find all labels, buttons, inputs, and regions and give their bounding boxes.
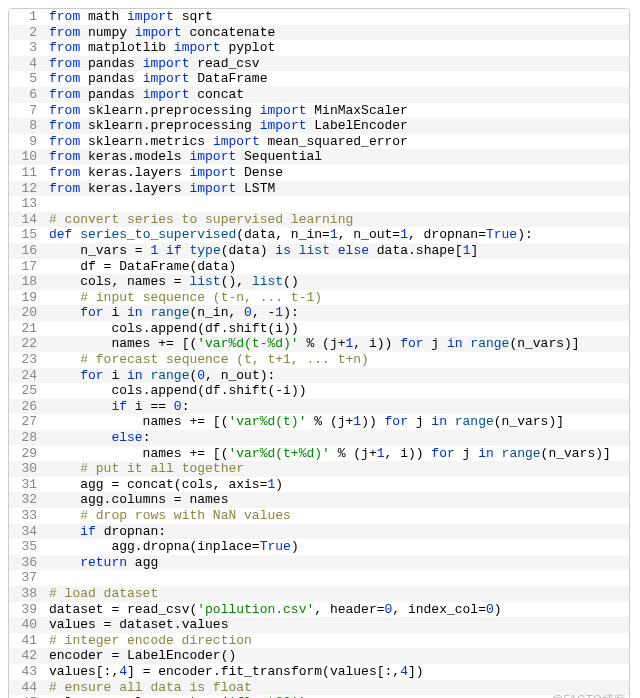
line-number: 42 <box>9 648 43 664</box>
code-line: 14# convert series to supervised learnin… <box>9 212 629 228</box>
code-content: df = DataFrame(data) <box>43 259 629 275</box>
code-content: values[:,4] = encoder.fit_transform(valu… <box>43 664 629 680</box>
code-line: 35 agg.dropna(inplace=True) <box>9 539 629 555</box>
code-block: 1from math import sqrt2from numpy import… <box>8 8 630 698</box>
line-number: 40 <box>9 617 43 633</box>
code-content: from numpy import concatenate <box>43 25 629 41</box>
code-line: 31 agg = concat(cols, axis=1) <box>9 477 629 493</box>
code-line: 33 # drop rows with NaN values <box>9 508 629 524</box>
code-content: values = dataset.values <box>43 617 629 633</box>
code-content: names += [('var%d(t)' % (j+1)) for j in … <box>43 414 629 430</box>
code-content: # convert series to supervised learning <box>43 212 629 228</box>
code-content: for i in range(n_in, 0, -1): <box>43 305 629 321</box>
line-number: 2 <box>9 25 43 41</box>
line-number: 17 <box>9 259 43 275</box>
line-number: 8 <box>9 118 43 134</box>
code-content: dataset = read_csv('pollution.csv', head… <box>43 602 629 618</box>
code-line: 27 names += [('var%d(t)' % (j+1)) for j … <box>9 414 629 430</box>
code-content: from keras.models import Sequential <box>43 149 629 165</box>
code-line: 22 names += [('var%d(t-%d)' % (j+1, i)) … <box>9 336 629 352</box>
line-number: 34 <box>9 524 43 540</box>
line-number: 37 <box>9 570 43 586</box>
code-content: names += [('var%d(t-%d)' % (j+1, i)) for… <box>43 336 629 352</box>
line-number: 39 <box>9 602 43 618</box>
code-content: # load dataset <box>43 586 629 602</box>
line-number: 19 <box>9 290 43 306</box>
line-number: 28 <box>9 430 43 446</box>
code-line: 10from keras.models import Sequential <box>9 149 629 165</box>
line-number: 43 <box>9 664 43 680</box>
code-line: 15def series_to_supervised(data, n_in=1,… <box>9 227 629 243</box>
code-line: 26 if i == 0: <box>9 399 629 415</box>
code-line: 36 return agg <box>9 555 629 571</box>
code-content: from pandas import read_csv <box>43 56 629 72</box>
code-content: agg.columns = names <box>43 492 629 508</box>
code-line: 11from keras.layers import Dense <box>9 165 629 181</box>
watermark-text: @51CTO博客 <box>551 693 626 698</box>
code-content: else: <box>43 430 629 446</box>
code-line: 23 # forecast sequence (t, t+1, ... t+n) <box>9 352 629 368</box>
code-content: for i in range(0, n_out): <box>43 368 629 384</box>
line-number: 29 <box>9 446 43 462</box>
line-number: 30 <box>9 461 43 477</box>
code-content: cols, names = list(), list() <box>43 274 629 290</box>
code-content: from sklearn.preprocessing import MinMax… <box>43 103 629 119</box>
line-number: 13 <box>9 196 43 212</box>
code-line: 5from pandas import DataFrame <box>9 71 629 87</box>
code-line: 18 cols, names = list(), list() <box>9 274 629 290</box>
line-number: 11 <box>9 165 43 181</box>
code-line: 43values[:,4] = encoder.fit_transform(va… <box>9 664 629 680</box>
line-number: 14 <box>9 212 43 228</box>
line-number: 21 <box>9 321 43 337</box>
line-number: 9 <box>9 134 43 150</box>
code-line: 21 cols.append(df.shift(i)) <box>9 321 629 337</box>
line-number: 18 <box>9 274 43 290</box>
line-number: 38 <box>9 586 43 602</box>
code-content: from keras.layers import Dense <box>43 165 629 181</box>
code-content: # integer encode direction <box>43 633 629 649</box>
code-line: 9from sklearn.metrics import mean_square… <box>9 134 629 150</box>
line-number: 44 <box>9 680 43 696</box>
code-line: 6from pandas import concat <box>9 87 629 103</box>
code-content: from pandas import DataFrame <box>43 71 629 87</box>
line-number: 6 <box>9 87 43 103</box>
code-content: encoder = LabelEncoder() <box>43 648 629 664</box>
code-line: 4from pandas import read_csv <box>9 56 629 72</box>
code-content: agg.dropna(inplace=True) <box>43 539 629 555</box>
line-number: 35 <box>9 539 43 555</box>
code-content: cols.append(df.shift(i)) <box>43 321 629 337</box>
line-number: 36 <box>9 555 43 571</box>
line-number: 25 <box>9 383 43 399</box>
line-number: 15 <box>9 227 43 243</box>
line-number: 7 <box>9 103 43 119</box>
code-content: from sklearn.metrics import mean_squared… <box>43 134 629 150</box>
code-line: 32 agg.columns = names <box>9 492 629 508</box>
code-content: from pandas import concat <box>43 87 629 103</box>
line-number: 41 <box>9 633 43 649</box>
code-line: 39dataset = read_csv('pollution.csv', he… <box>9 602 629 618</box>
code-content: # forecast sequence (t, t+1, ... t+n) <box>43 352 629 368</box>
code-line: 13 <box>9 196 629 212</box>
code-line: 37 <box>9 570 629 586</box>
code-content: from math import sqrt <box>43 9 629 25</box>
code-line: 17 df = DataFrame(data) <box>9 259 629 275</box>
code-line: 42encoder = LabelEncoder() <box>9 648 629 664</box>
code-content: n_vars = 1 if type(data) is list else da… <box>43 243 629 259</box>
code-line: 12from keras.layers import LSTM <box>9 181 629 197</box>
code-line: 8from sklearn.preprocessing import Label… <box>9 118 629 134</box>
code-line: 16 n_vars = 1 if type(data) is list else… <box>9 243 629 259</box>
code-content: # input sequence (t-n, ... t-1) <box>43 290 629 306</box>
line-number: 23 <box>9 352 43 368</box>
line-number: 22 <box>9 336 43 352</box>
code-content: # drop rows with NaN values <box>43 508 629 524</box>
code-line: 3from matplotlib import pyplot <box>9 40 629 56</box>
line-number: 27 <box>9 414 43 430</box>
code-content: return agg <box>43 555 629 571</box>
code-line: 24 for i in range(0, n_out): <box>9 368 629 384</box>
code-content: from matplotlib import pyplot <box>43 40 629 56</box>
code-line: 41# integer encode direction <box>9 633 629 649</box>
line-number: 10 <box>9 149 43 165</box>
line-number: 24 <box>9 368 43 384</box>
code-line: 40values = dataset.values <box>9 617 629 633</box>
code-content: def series_to_supervised(data, n_in=1, n… <box>43 227 629 243</box>
